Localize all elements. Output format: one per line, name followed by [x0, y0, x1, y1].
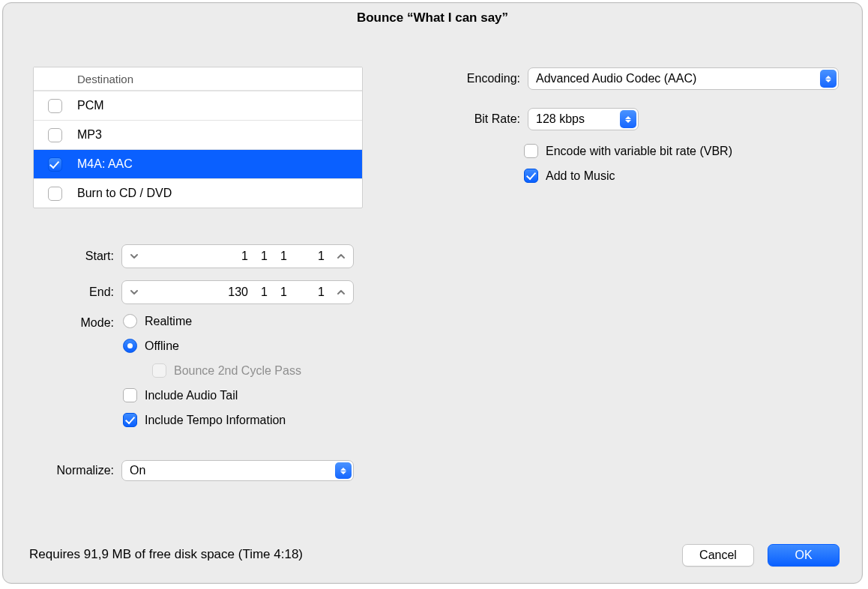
- mode-checkbox-bounce-2nd: [152, 363, 166, 378]
- end-step-up[interactable]: [329, 288, 353, 297]
- mode-label: Mode:: [33, 316, 121, 330]
- destination-row-pcm[interactable]: PCM: [34, 91, 362, 120]
- destination-checkbox-m4a[interactable]: [48, 157, 62, 172]
- chevron-updown-icon: [620, 110, 636, 128]
- mode-bounce-2nd-label: Bounce 2nd Cycle Pass: [174, 364, 301, 378]
- normalize-label: Normalize:: [33, 464, 121, 477]
- add-to-music-option[interactable]: Add to Music: [524, 169, 732, 183]
- end-position-field[interactable]: 130 1 1 1: [121, 280, 354, 304]
- bitrate-row: Bit Rate: 128 kbps: [430, 108, 639, 130]
- mode-include-tail-label: Include Audio Tail: [145, 389, 238, 402]
- disk-space-status: Requires 91,9 MB of free disk space (Tim…: [29, 547, 303, 562]
- bitrate-label: Bit Rate:: [430, 112, 528, 126]
- encoding-row: Encoding: Advanced Audio Codec (AAC): [430, 67, 839, 90]
- cancel-button[interactable]: Cancel: [682, 544, 754, 567]
- encoding-popup[interactable]: Advanced Audio Codec (AAC): [528, 67, 839, 90]
- start-bar[interactable]: 1: [215, 250, 248, 263]
- destination-row-m4a[interactable]: M4A: AAC: [34, 149, 362, 178]
- destination-row-mp3[interactable]: MP3: [34, 120, 362, 149]
- end-tick[interactable]: 1: [289, 286, 325, 299]
- mode-offline-label: Offline: [145, 339, 179, 353]
- destination-header: Destination: [34, 67, 362, 91]
- normalize-row: Normalize: On: [33, 460, 354, 481]
- destination-checkbox-mp3[interactable]: [48, 128, 62, 142]
- normalize-popup[interactable]: On: [121, 460, 354, 481]
- start-step-down[interactable]: [122, 252, 146, 261]
- mode-row: Mode:: [33, 316, 121, 330]
- start-label: Start:: [33, 250, 121, 263]
- start-div[interactable]: 1: [269, 250, 287, 263]
- vbr-label: Encode with variable bit rate (VBR): [546, 145, 732, 158]
- destination-checkbox-burn[interactable]: [48, 187, 62, 201]
- start-row: Start: 1 1 1 1: [33, 244, 354, 268]
- mode-radio-realtime[interactable]: [123, 314, 137, 328]
- ok-button-label: OK: [795, 549, 812, 562]
- bounce-dialog: Bounce “What I can say” Destination PCM …: [2, 2, 863, 584]
- destination-label: Burn to CD / DVD: [76, 187, 362, 200]
- end-row: End: 130 1 1 1: [33, 280, 354, 304]
- normalize-value: On: [130, 464, 145, 477]
- mode-bounce-2nd: Bounce 2nd Cycle Pass: [123, 363, 301, 378]
- mode-include-tempo-label: Include Tempo Information: [145, 414, 286, 427]
- mode-realtime[interactable]: Realtime: [123, 314, 301, 328]
- mode-checkbox-include-tempo[interactable]: [123, 413, 137, 427]
- destination-table: Destination PCM MP3 M4A: AAC Burn to CD …: [33, 67, 363, 208]
- vbr-checkbox[interactable]: [524, 144, 538, 158]
- start-tick[interactable]: 1: [289, 250, 325, 263]
- mode-radio-offline[interactable]: [123, 339, 137, 353]
- mode-include-tempo[interactable]: Include Tempo Information: [123, 413, 301, 427]
- mode-realtime-label: Realtime: [145, 315, 192, 328]
- destination-header-label: Destination: [76, 73, 133, 85]
- mode-offline[interactable]: Offline: [123, 339, 301, 353]
- start-step-up[interactable]: [329, 252, 353, 261]
- destination-label: PCM: [76, 99, 362, 112]
- chevron-updown-icon: [820, 70, 837, 88]
- destination-label: M4A: AAC: [76, 157, 362, 171]
- bitrate-value: 128 kbps: [536, 112, 585, 126]
- add-to-music-label: Add to Music: [546, 169, 615, 183]
- end-bar[interactable]: 130: [215, 286, 248, 299]
- destination-label: MP3: [76, 128, 362, 142]
- start-position-field[interactable]: 1 1 1 1: [121, 244, 354, 268]
- chevron-updown-icon: [335, 462, 352, 479]
- encoding-value: Advanced Audio Codec (AAC): [536, 72, 696, 85]
- destination-checkbox-pcm[interactable]: [48, 99, 62, 113]
- end-div[interactable]: 1: [269, 286, 287, 299]
- window-title: Bounce “What I can say”: [3, 3, 862, 33]
- bitrate-popup[interactable]: 128 kbps: [528, 108, 639, 130]
- end-beat[interactable]: 1: [250, 286, 268, 299]
- cancel-button-label: Cancel: [699, 549, 737, 562]
- encoding-label: Encoding:: [430, 72, 528, 85]
- end-label: End:: [33, 286, 121, 299]
- add-to-music-checkbox[interactable]: [524, 169, 538, 183]
- start-beat[interactable]: 1: [250, 250, 268, 263]
- destination-row-burn[interactable]: Burn to CD / DVD: [34, 178, 362, 208]
- mode-include-tail[interactable]: Include Audio Tail: [123, 388, 301, 402]
- end-step-down[interactable]: [122, 288, 146, 297]
- ok-button[interactable]: OK: [768, 544, 840, 567]
- mode-checkbox-include-tail[interactable]: [123, 388, 137, 402]
- vbr-option[interactable]: Encode with variable bit rate (VBR): [524, 144, 732, 158]
